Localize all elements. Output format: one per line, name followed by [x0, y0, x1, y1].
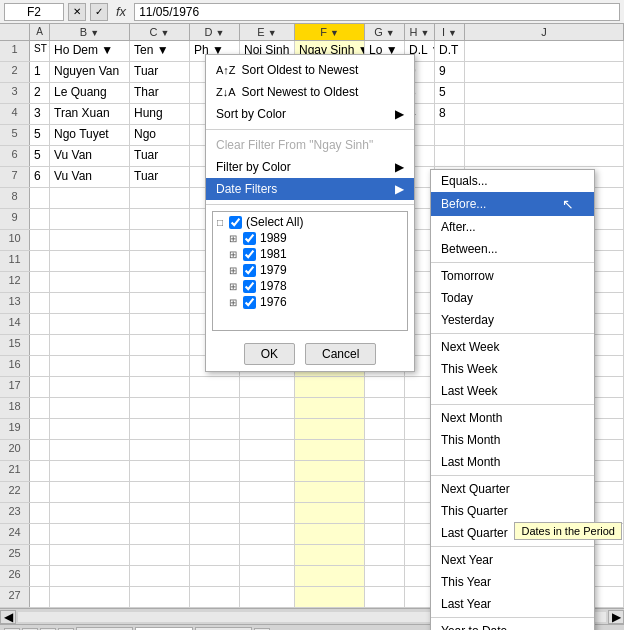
cell-18-lo[interactable]: [365, 398, 405, 418]
ok-button[interactable]: OK: [244, 343, 295, 365]
cell-16-st[interactable]: [30, 356, 50, 376]
cell-10-st[interactable]: [30, 230, 50, 250]
cell-21-hodem[interactable]: [50, 461, 130, 481]
cell-27-ph[interactable]: [190, 587, 240, 607]
cell-16-ten[interactable]: [130, 356, 190, 376]
sheet-tab-sheet2[interactable]: Sheet2: [135, 627, 193, 631]
cell-25-ngaysinh[interactable]: [295, 545, 365, 565]
df-next-month[interactable]: Next Month: [431, 407, 594, 429]
cell-26-lo[interactable]: [365, 566, 405, 586]
col-header-extra[interactable]: J: [465, 24, 624, 40]
df-tomorrow[interactable]: Tomorrow: [431, 265, 594, 287]
col-header-ngaysinh[interactable]: F ▼: [295, 24, 365, 40]
df-this-year[interactable]: This Year: [431, 571, 594, 593]
cell-2-dt[interactable]: 9: [435, 62, 465, 82]
formula-cancel-btn[interactable]: ✕: [68, 3, 86, 21]
expand-1976-icon[interactable]: ⊞: [229, 297, 237, 308]
cell-21-ngaysinh[interactable]: [295, 461, 365, 481]
formula-input[interactable]: 11/05/1976: [134, 3, 620, 21]
check-1978[interactable]: ⊞ 1978: [215, 278, 405, 294]
cell-4-ten[interactable]: Hung: [130, 104, 190, 124]
df-last-week[interactable]: Last Week: [431, 380, 594, 402]
cell-18-noisinh[interactable]: [240, 398, 295, 418]
sort-oldest-item[interactable]: A↑Z Sort Oldest to Newest: [206, 59, 414, 81]
cell-21-noisinh[interactable]: [240, 461, 295, 481]
cell-17-lo[interactable]: [365, 377, 405, 397]
expand-1978-icon[interactable]: ⊞: [229, 281, 237, 292]
cell-14-hodem[interactable]: [50, 314, 130, 334]
df-next-quarter[interactable]: Next Quarter: [431, 478, 594, 500]
cell-21-lo[interactable]: [365, 461, 405, 481]
expand-1979-icon[interactable]: ⊞: [229, 265, 237, 276]
cell-18-ten[interactable]: [130, 398, 190, 418]
cell-19-ten[interactable]: [130, 419, 190, 439]
cell-24-lo[interactable]: [365, 524, 405, 544]
cell-26-st[interactable]: [30, 566, 50, 586]
checkbox-select-all[interactable]: [229, 216, 242, 229]
cell-20-ten[interactable]: [130, 440, 190, 460]
df-last-month[interactable]: Last Month: [431, 451, 594, 473]
df-before[interactable]: Before...↖: [431, 192, 594, 216]
cell-14-st[interactable]: [30, 314, 50, 334]
cell-3-dt[interactable]: 5: [435, 83, 465, 103]
filter-by-color-item[interactable]: Filter by Color ▶: [206, 156, 414, 178]
cell-20-ngaysinh[interactable]: [295, 440, 365, 460]
col-header-ten[interactable]: C ▼: [130, 24, 190, 40]
cell-23-hodem[interactable]: [50, 503, 130, 523]
cell-9-st[interactable]: [30, 209, 50, 229]
check-select-all[interactable]: □ (Select All): [215, 214, 405, 230]
cell-6-st[interactable]: 5: [30, 146, 50, 166]
cell-22-ph[interactable]: [190, 482, 240, 502]
cell-21-ten[interactable]: [130, 461, 190, 481]
cell-19-hodem[interactable]: [50, 419, 130, 439]
cell-25-ten[interactable]: [130, 545, 190, 565]
col-header-lo[interactable]: G ▼: [365, 24, 405, 40]
check-1989[interactable]: ⊞ 1989: [215, 230, 405, 246]
cell-23-ph[interactable]: [190, 503, 240, 523]
cell-3-ten[interactable]: Thar: [130, 83, 190, 103]
cell-1-st[interactable]: ST▼: [30, 41, 50, 61]
cell-12-hodem[interactable]: [50, 272, 130, 292]
cell-20-hodem[interactable]: [50, 440, 130, 460]
cell-17-ngaysinh[interactable]: [295, 377, 365, 397]
cell-15-st[interactable]: [30, 335, 50, 355]
cell-7-st[interactable]: 6: [30, 167, 50, 187]
cell-22-ngaysinh[interactable]: [295, 482, 365, 502]
cell-12-ten[interactable]: [130, 272, 190, 292]
cell-10-hodem[interactable]: [50, 230, 130, 250]
df-next-week[interactable]: Next Week: [431, 336, 594, 358]
col-header-dt[interactable]: I ▼: [435, 24, 465, 40]
df-last-year[interactable]: Last Year: [431, 593, 594, 615]
cell-9-ten[interactable]: [130, 209, 190, 229]
cell-9-hodem[interactable]: [50, 209, 130, 229]
checklist-area[interactable]: □ (Select All) ⊞ 1989 ⊞ 1981 ⊞ 1979 ⊞: [212, 211, 408, 331]
check-1979[interactable]: ⊞ 1979: [215, 262, 405, 278]
cell-23-ten[interactable]: [130, 503, 190, 523]
cell-6-ten[interactable]: Tuar: [130, 146, 190, 166]
cell-25-ph[interactable]: [190, 545, 240, 565]
cell-6-dt[interactable]: [435, 146, 465, 166]
cell-18-ngaysinh[interactable]: [295, 398, 365, 418]
df-year-to-date[interactable]: Year to Date: [431, 620, 594, 630]
cell-5-dt[interactable]: [435, 125, 465, 145]
cell-25-st[interactable]: [30, 545, 50, 565]
cell-4-hodem[interactable]: Tran Xuan: [50, 104, 130, 124]
cell-11-ten[interactable]: [130, 251, 190, 271]
expand-1989-icon[interactable]: ⊞: [229, 233, 237, 244]
sheet-tab-sheet3[interactable]: Sheet3: [195, 627, 252, 631]
checkbox-1978[interactable]: [243, 280, 256, 293]
cell-16-hodem[interactable]: [50, 356, 130, 376]
cell-7-ten[interactable]: Tuar: [130, 167, 190, 187]
cell-24-st[interactable]: [30, 524, 50, 544]
cell-11-hodem[interactable]: [50, 251, 130, 271]
cell-2-hodem[interactable]: Nguyen Van: [50, 62, 130, 82]
date-filters-item[interactable]: Date Filters ▶: [206, 178, 414, 200]
cell-13-ten[interactable]: [130, 293, 190, 313]
cell-26-ten[interactable]: [130, 566, 190, 586]
col-header-hodem[interactable]: B ▼: [50, 24, 130, 40]
cell-8-ten[interactable]: [130, 188, 190, 208]
cell-15-ten[interactable]: [130, 335, 190, 355]
df-after[interactable]: After...: [431, 216, 594, 238]
cell-3-hodem[interactable]: Le Quang: [50, 83, 130, 103]
cell-21-ph[interactable]: [190, 461, 240, 481]
